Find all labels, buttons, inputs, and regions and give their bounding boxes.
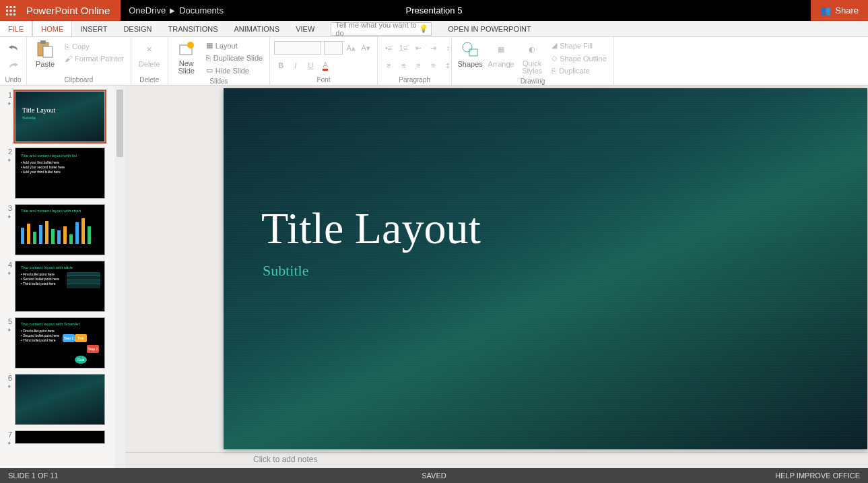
align-center-button[interactable]: ≡ [397, 59, 410, 72]
italic-button[interactable]: I [289, 59, 302, 72]
group-font: A▴ A▾ B I U A Font [270, 37, 378, 85]
increase-indent-button[interactable]: ⇥ [426, 41, 440, 55]
layout-button[interactable]: ▦Layout [203, 40, 265, 51]
thumbnail-item[interactable]: 2✦ Title and content layout with list • … [0, 142, 125, 199]
notes-placeholder: Click to add notes [253, 455, 317, 464]
align-right-button[interactable]: ≡ [411, 59, 425, 72]
redo-button[interactable] [7, 59, 20, 72]
thumbnail-preview[interactable]: Two content layout with table • First bu… [15, 261, 105, 312]
decrease-font-button[interactable]: A▾ [359, 41, 372, 55]
arrange-button[interactable]: ▦ Arrange [487, 38, 515, 68]
paste-label: Paste [36, 60, 55, 68]
tab-design[interactable]: DESIGN [115, 21, 160, 36]
new-slide-button[interactable]: New Slide [172, 38, 201, 75]
hide-slide-button[interactable]: ▭Hide Slide [203, 65, 265, 76]
svg-rect-11 [43, 46, 53, 57]
group-paragraph: •≡ 1≡ ⇤ ⇥ ↕ ≡ ≡ ≡ ≡ ‡ Paragraph [378, 37, 452, 85]
app-launcher-button[interactable] [0, 0, 21, 21]
group-drawing: Shapes ▦ Arrange ◐ Quick Styles ◢Shape F… [452, 37, 614, 85]
layout-icon: ▦ [206, 41, 213, 50]
svg-rect-6 [6, 13, 8, 15]
tab-insert[interactable]: INSERT [72, 21, 115, 36]
undo-icon [8, 44, 19, 52]
status-help-improve[interactable]: HELP IMPROVE OFFICE [775, 472, 860, 480]
document-title[interactable]: Presentation 5 [406, 5, 463, 15]
breadcrumb-root[interactable]: OneDrive [129, 5, 166, 15]
tab-home[interactable]: HOME [32, 21, 72, 36]
thumbnail-item[interactable]: 7✦ [0, 425, 125, 447]
delete-icon: ✕ [139, 40, 160, 59]
status-saved: SAVED [422, 472, 446, 480]
shape-outline-button[interactable]: ◇Shape Outline [549, 53, 609, 64]
thumbnail-item[interactable]: 6✦ [0, 368, 125, 425]
quick-styles-button[interactable]: ◐ Quick Styles [518, 38, 546, 75]
group-label-delete: Delete [135, 75, 164, 85]
shape-fill-button[interactable]: ◢Shape Fill [549, 40, 609, 51]
group-clipboard: Paste ⎘Copy 🖌Format Painter Clipboard [27, 37, 131, 85]
tell-me-search[interactable]: Tell me what you want to do 💡 [331, 22, 432, 36]
thumbnail-item[interactable]: 1✦ Title Layout Subtitle [0, 86, 125, 142]
thumbnail-item[interactable]: 3✦ Title and content layout with chart [0, 199, 125, 255]
thumbnail-preview[interactable]: Title and content layout with chart [15, 204, 105, 255]
thumbnail-preview[interactable] [15, 374, 105, 425]
chevron-right-icon: ▶ [170, 7, 175, 14]
animation-icon: ✦ [7, 157, 12, 164]
thumbnail-preview[interactable]: Title and content layout with list • Add… [15, 148, 105, 199]
bullets-button[interactable]: •≡ [382, 41, 395, 55]
arrange-icon: ▦ [490, 40, 512, 59]
group-slides: New Slide ▦Layout ⎘Duplicate Slide ▭Hide… [168, 37, 270, 85]
thumbnail-preview[interactable]: Title Layout Subtitle [15, 91, 105, 142]
shapes-button[interactable]: Shapes [456, 38, 484, 68]
thumbnail-number: 2 [3, 148, 12, 156]
duplicate-icon: ⎘ [552, 67, 556, 75]
thumbnail-preview[interactable]: Two content layout with SmartArt • First… [15, 317, 105, 368]
underline-button[interactable]: U [304, 59, 317, 72]
duplicate-shape-button[interactable]: ⎘Duplicate [549, 65, 609, 76]
breadcrumb-folder[interactable]: Documents [179, 5, 224, 15]
fill-icon: ◢ [552, 41, 557, 50]
thumbnail-item[interactable]: 5✦ Two content layout with SmartArt • Fi… [0, 312, 125, 368]
thumbnail-scrollbar[interactable] [114, 86, 125, 468]
hide-icon: ▭ [206, 66, 213, 75]
format-painter-button[interactable]: 🖌Format Painter [62, 53, 127, 64]
paste-button[interactable]: Paste [31, 38, 59, 68]
numbering-button[interactable]: 1≡ [397, 41, 410, 55]
breadcrumb[interactable]: OneDrive ▶ Documents [129, 5, 224, 15]
increase-font-button[interactable]: A▴ [344, 41, 358, 55]
slide-subtitle-placeholder[interactable]: Subtitle [263, 262, 308, 280]
share-icon: 👥 [820, 5, 831, 15]
bold-button[interactable]: B [274, 59, 288, 72]
slide-canvas[interactable]: Title Layout Subtitle [224, 88, 867, 449]
align-left-button[interactable]: ≡ [382, 59, 395, 72]
tab-animations[interactable]: ANIMATIONS [226, 21, 288, 36]
thumbnail-number: 5 [3, 317, 12, 325]
font-color-button[interactable]: A [319, 59, 332, 72]
notes-pane[interactable]: Click to add notes [125, 452, 868, 468]
svg-rect-2 [13, 6, 15, 8]
group-label-drawing: Drawing [456, 76, 609, 86]
delete-button[interactable]: ✕ Delete [135, 38, 164, 68]
group-label-paragraph: Paragraph [382, 75, 447, 85]
justify-button[interactable]: ≡ [426, 59, 440, 72]
open-in-powerpoint[interactable]: OPEN IN POWERPOINT [440, 21, 539, 36]
copy-button[interactable]: ⎘Copy [62, 41, 127, 52]
font-family-combo[interactable] [274, 41, 321, 55]
new-slide-icon [176, 40, 197, 59]
tab-view[interactable]: VIEW [288, 21, 323, 36]
lightbulb-icon: 💡 [419, 24, 428, 33]
share-button[interactable]: 👥 Share [811, 0, 868, 21]
undo-button[interactable] [7, 41, 20, 55]
svg-rect-7 [9, 13, 11, 15]
editor-area: Title Layout Subtitle Click to add notes [125, 86, 868, 468]
decrease-indent-button[interactable]: ⇤ [411, 41, 425, 55]
tab-transitions[interactable]: TRANSITIONS [160, 21, 226, 36]
thumbnail-item[interactable]: 4✦ Two content layout with table • First… [0, 255, 125, 312]
paste-icon [34, 40, 56, 59]
svg-rect-0 [6, 6, 8, 8]
svg-rect-10 [40, 40, 46, 44]
slide-title-placeholder[interactable]: Title Layout [261, 203, 481, 254]
font-size-combo[interactable] [324, 41, 343, 55]
duplicate-slide-button[interactable]: ⎘Duplicate Slide [203, 53, 265, 63]
tab-file[interactable]: FILE [0, 21, 32, 36]
thumbnail-preview[interactable] [15, 430, 105, 444]
